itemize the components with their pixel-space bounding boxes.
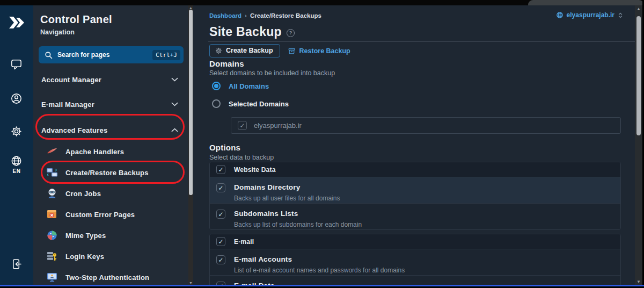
options-group-website: ✓ Website Data ✓ Domains Directory Backs… [209,162,621,230]
backups-icon [46,167,58,178]
screenshot-frame: EN Control Panel Navigation Ctrl+J [0,0,644,288]
sidebar-item-login-keys[interactable]: Login Keys [46,248,184,265]
sidebar-group-advanced-features[interactable]: Advanced Features [39,121,184,139]
main-scrollbar[interactable]: ▲ ▼ [635,5,642,285]
scroll-up-arrow[interactable]: ▲ [635,6,642,11]
option-description: List of e-mail account names and passwor… [234,267,405,274]
settings-gear-icon[interactable] [10,125,23,138]
sidebar-item-apache-handlers[interactable]: Apache Handlers [46,143,184,160]
search-shortcut-badge: Ctrl+J [152,50,180,60]
item-label: Two-Step Authentication [65,273,149,282]
radio-all-domains[interactable]: All Domains [212,82,269,90]
sidebar-item-custom-error-pages[interactable]: Custom Error Pages [46,206,184,223]
page-actions: Create Backup Restore Backup [209,44,350,57]
create-backup-button[interactable]: Create Backup [209,44,280,57]
option-description: Backs up all user files for all domains [234,195,340,202]
chevron-down-icon [171,77,178,82]
two-step-authentication-icon [46,271,58,283]
item-label: Mime Types [65,232,106,240]
group-label: E-mail Manager [41,100,94,109]
globe-icon [556,11,564,19]
sidebar-title: Control Panel [40,13,112,26]
options-group-email: ✓ E-mail ✓ E-mail Accounts List of e-mai… [209,234,621,288]
radio-unselected-icon[interactable] [212,99,221,108]
search-bar[interactable]: Ctrl+J [39,46,184,63]
sidebar-item-mime-types[interactable]: Mime Types [46,227,184,244]
sidebar-scrollbar[interactable]: ▲ ▼ [188,5,193,285]
option-label: E-mail Accounts [234,255,292,263]
group-label: Advanced Features [41,126,107,134]
account-domain-selector[interactable]: elyaspurrajab.ir [556,11,623,19]
item-label: Apache Handlers [65,148,124,156]
browser-tab-sliver [528,0,644,5]
breadcrumb-current: Create/Restore Backups [250,12,321,19]
gear-icon [215,47,222,54]
option-label: Domains Directory [234,183,300,191]
sort-arrows-icon [618,12,623,19]
sidebar-group-account-manager[interactable]: Account Manager [39,71,184,88]
custom-error-pages-icon [46,208,58,220]
domains-subheading: Select domains to be included into backu… [209,69,335,77]
language-code-label[interactable]: EN [0,168,33,174]
window-top-strip [0,0,644,5]
option-row-email[interactable]: ✓ E-mail [210,234,620,249]
sidebar-group-email-manager[interactable]: E-mail Manager [39,96,184,113]
radio-label: Selected Domains [229,100,289,108]
search-icon [45,51,53,59]
archive-icon [288,47,296,55]
domain-checkbox-checked-disabled[interactable]: ✓ [238,121,247,130]
sidebar-item-two-step-authentication[interactable]: Two-Step Authentication [46,269,184,285]
restore-backup-label: Restore Backup [299,47,350,55]
sidebar-navigation: Control Panel Navigation Ctrl+J Account … [33,5,188,285]
domains-heading: Domains [209,59,244,68]
option-row-email-accounts[interactable]: ✓ E-mail Accounts List of e-mail account… [210,249,620,275]
option-label: Subdomains Lists [234,210,298,218]
checkbox-checked[interactable]: ✓ [216,165,225,174]
scrollbar-thumb[interactable] [189,10,193,195]
icon-rail: EN [0,5,33,285]
breadcrumb-dashboard-link[interactable]: Dashboard [209,12,241,19]
scrollbar-thumb[interactable] [636,16,641,135]
option-label: E-mail [234,238,254,246]
item-label: Login Keys [65,253,104,261]
checkbox-checked[interactable]: ✓ [216,237,225,246]
option-row-domains-directory[interactable]: ✓ Domains Directory Backs up all user fi… [210,177,620,203]
checkbox-checked[interactable]: ✓ [216,255,225,264]
options-subheading: Select data to backup [209,154,274,161]
help-icon[interactable]: ? [287,29,295,37]
breadcrumb-separator: › [245,12,247,19]
account-icon[interactable] [10,92,23,105]
search-input[interactable] [57,51,152,59]
header-divider [208,41,635,42]
apache-handlers-icon [46,146,58,157]
option-row-subdomains-lists[interactable]: ✓ Subdomains Lists Backs up list of subd… [210,203,620,229]
mime-types-icon [46,229,58,241]
app-window: EN Control Panel Navigation Ctrl+J [0,5,642,285]
option-description: Backs up list of subdomains for each dom… [234,221,362,228]
account-domain-label: elyaspurrajab.ir [567,11,614,19]
language-globe-icon[interactable] [10,155,23,167]
domain-checkbox-row: ✓ elyaspurrajab.ir [231,117,621,134]
page-title: Site Backup [209,25,282,39]
create-backup-label: Create Backup [226,47,273,54]
messages-icon[interactable] [10,58,23,70]
option-row-website-data[interactable]: ✓ Website Data [210,162,620,177]
main-content: Dashboard›Create/Restore Backups elyaspu… [193,5,635,285]
group-label: Account Manager [41,76,101,84]
scroll-down-arrow[interactable]: ▼ [635,279,642,284]
cron-jobs-icon [46,188,58,199]
checkbox-checked[interactable]: ✓ [216,183,225,192]
radio-selected-icon[interactable] [212,82,221,90]
restore-backup-button[interactable]: Restore Backup [288,47,350,55]
logout-icon[interactable] [10,258,23,270]
radio-selected-domains[interactable]: Selected Domains [212,99,289,108]
page-title-row: Site Backup ? [209,25,295,39]
option-label: Website Data [234,166,276,174]
sidebar-item-create-restore-backups[interactable]: Create/Restore Backups [46,164,184,181]
radio-label: All Domains [229,82,269,90]
login-keys-icon [46,250,58,262]
sidebar-item-cron-jobs[interactable]: Cron Jobs [46,185,184,202]
directadmin-logo-icon[interactable] [8,15,26,30]
checkbox-checked[interactable]: ✓ [216,210,225,219]
item-label: Create/Restore Backups [65,169,149,177]
